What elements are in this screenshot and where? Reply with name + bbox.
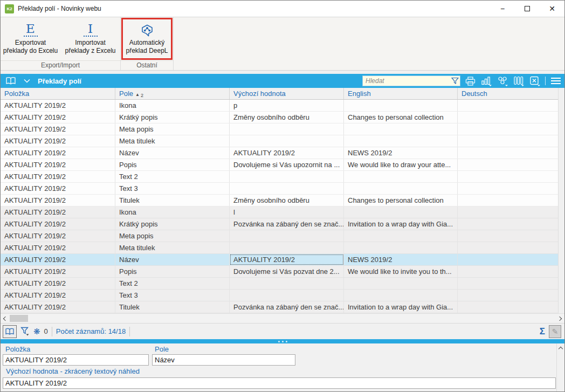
table-cell[interactable] [344,207,458,218]
table-cell[interactable]: AKTUALITY 2019/2 [230,254,344,265]
table-cell[interactable] [458,301,559,313]
table-cell[interactable] [344,278,458,289]
table-cell[interactable] [344,100,458,111]
table-cell[interactable]: AKTUALITY 2019/2 [1,183,115,194]
table-cell[interactable]: AKTUALITY 2019/2 [1,230,115,242]
pivot-icon[interactable] [496,75,509,87]
table-cell[interactable] [230,183,344,194]
table-cell[interactable]: AKTUALITY 2019/2 [1,242,115,253]
export-to-excel-button[interactable]: E Exportovatpřeklady do Excelu [1,17,60,60]
table-row[interactable]: AKTUALITY 2019/2Text 2 [1,278,559,290]
table-cell[interactable]: Název [115,147,230,159]
maximize-button[interactable] [515,1,540,17]
table-cell[interactable]: AKTUALITY 2019/2 [1,266,115,277]
search-input[interactable] [362,75,460,86]
table-cell[interactable] [230,230,344,242]
table-cell[interactable]: l [230,207,344,218]
table-cell[interactable]: AKTUALITY 2019/2 [1,147,115,159]
table-cell[interactable]: We would like to invite you to th... [344,266,458,277]
table-cell[interactable]: AKTUALITY 2019/2 [1,171,115,182]
table-row[interactable]: AKTUALITY 2019/2Text 3 [1,290,559,301]
detail-vertical-scrollbar[interactable] [556,343,564,392]
table-cell[interactable] [458,112,559,123]
deepl-translate-button[interactable]: Automatickýpřeklad DeepL [121,17,173,60]
column-header-pole[interactable]: Pole▲2 [115,88,230,99]
table-cell[interactable] [458,254,559,265]
table-row[interactable]: AKTUALITY 2019/2Meta popis [1,230,559,242]
table-row[interactable]: AKTUALITY 2019/2TitulekZměny osobního od… [1,195,559,207]
sigma-icon[interactable]: Σ [540,326,545,337]
table-cell[interactable] [458,183,559,194]
scroll-right-icon[interactable] [557,317,562,321]
close-button[interactable]: ✕ [540,1,564,17]
vertical-scrollbar-track[interactable] [558,88,564,313]
table-cell[interactable]: Titulek [115,301,230,313]
table-cell[interactable]: We would like to draw your atte... [344,159,458,170]
table-cell[interactable]: Změny osobního odběru [230,195,344,206]
table-cell[interactable]: AKTUALITY 2019/2 [1,135,115,147]
excel-icon[interactable] [528,75,541,87]
table-row[interactable]: AKTUALITY 2019/2PopisDovolujeme si Vás u… [1,159,559,171]
table-cell[interactable]: AKTUALITY 2019/2 [1,123,115,135]
table-cell[interactable]: Pozvánka na zábaný den se znač... [230,218,344,230]
table-cell[interactable]: Invitation to a wrap day with Gia... [344,218,458,230]
filter-menu-button[interactable] [20,327,30,336]
table-cell[interactable]: AKTUALITY 2019/2 [1,195,115,206]
table-cell[interactable] [458,147,559,159]
table-cell[interactable]: Changes to personal collection [344,195,458,206]
table-cell[interactable] [344,230,458,242]
table-cell[interactable]: NEWS 2019/2 [344,147,458,159]
table-cell[interactable] [458,290,559,301]
table-cell[interactable]: Ikona [115,100,230,111]
table-cell[interactable]: Meta titulek [115,135,230,147]
table-cell[interactable]: AKTUALITY 2019/2 [1,218,115,230]
chevron-down-icon[interactable] [20,75,33,87]
table-cell[interactable]: Pozvánka na zábaný den se znač... [230,301,344,313]
table-cell[interactable]: AKTUALITY 2019/2 [1,112,115,123]
column-header-polozka[interactable]: Položka [1,88,115,99]
table-cell[interactable]: AKTUALITY 2019/2 [1,254,115,265]
table-cell[interactable]: Invitation to a wrap day with Gia... [344,301,458,313]
table-cell[interactable]: AKTUALITY 2019/2 [1,159,115,170]
table-cell[interactable] [458,100,559,111]
table-cell[interactable]: AKTUALITY 2019/2 [1,100,115,111]
table-row[interactable]: AKTUALITY 2019/2Krátký popisZměny osobní… [1,112,559,123]
splitter-handle[interactable] [1,339,564,343]
table-cell[interactable]: Popis [115,266,230,277]
table-cell[interactable] [230,171,344,182]
table-cell[interactable] [344,135,458,147]
table-cell[interactable] [344,242,458,253]
table-cell[interactable]: NEWS 2019/2 [344,254,458,265]
table-cell[interactable]: Krátký popis [115,218,230,230]
table-cell[interactable] [458,159,559,170]
table-row[interactable]: AKTUALITY 2019/2Meta titulek [1,135,559,147]
table-cell[interactable]: Ikona [115,207,230,218]
scroll-up-icon[interactable] [559,347,563,351]
table-cell[interactable] [230,242,344,253]
table-cell[interactable] [458,135,559,147]
field-input-vychozi-nahled[interactable] [3,377,556,389]
table-cell[interactable] [344,123,458,135]
columns-icon[interactable] [512,75,525,87]
table-cell[interactable] [458,266,559,277]
column-header-vychozi-hodnota[interactable]: Výchozí hodnota [230,88,344,99]
table-row[interactable]: AKTUALITY 2019/2Krátký popisPozvánka na … [1,218,559,230]
import-from-excel-button[interactable]: I Importovatpřeklady z Excelu [60,17,120,60]
table-cell[interactable]: p [230,100,344,111]
chart-icon[interactable] [480,75,493,87]
freeze-icon[interactable]: ❋ [33,327,40,336]
table-cell[interactable] [230,135,344,147]
table-cell[interactable] [344,171,458,182]
table-cell[interactable]: Popis [115,159,230,170]
table-cell[interactable]: Changes to personal collection [344,112,458,123]
table-cell[interactable]: AKTUALITY 2019/2 [1,278,115,289]
field-input-polozka[interactable] [3,354,149,366]
edit-button[interactable]: ✎ [549,325,561,338]
table-row[interactable]: AKTUALITY 2019/2NázevAKTUALITY 2019/2NEW… [1,147,559,159]
table-cell[interactable]: Krátký popis [115,112,230,123]
table-cell[interactable] [458,171,559,182]
table-cell[interactable]: Název [115,254,230,265]
minimize-button[interactable]: − [490,1,515,17]
table-cell[interactable]: Text 3 [115,183,230,194]
table-cell[interactable]: Meta popis [115,123,230,135]
